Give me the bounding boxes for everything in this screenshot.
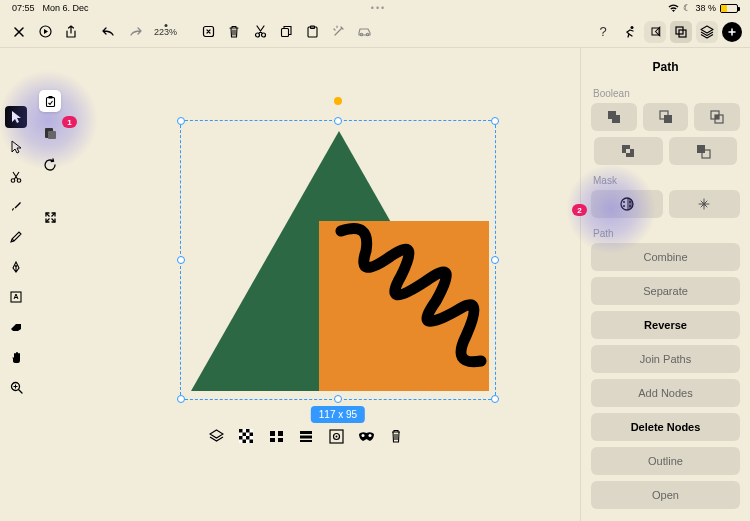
zoom-label[interactable]: 223% (150, 27, 181, 37)
rotate-handle[interactable] (334, 97, 342, 105)
svg-rect-55 (48, 131, 56, 139)
svg-rect-43 (715, 115, 719, 119)
svg-rect-22 (250, 433, 254, 437)
svg-point-38 (368, 434, 371, 437)
ct-split-icon[interactable] (266, 426, 286, 446)
path-deletenodes[interactable]: Delete Nodes (591, 413, 740, 441)
play-icon[interactable] (34, 21, 56, 43)
bool-intersect[interactable] (694, 103, 740, 131)
handle-bl[interactable] (177, 395, 185, 403)
direct-select-tool[interactable] (5, 136, 27, 158)
brush-tool[interactable] (5, 196, 27, 218)
bool-union[interactable] (591, 103, 637, 131)
dnd-icon: ☾ (683, 3, 691, 13)
svg-rect-29 (270, 438, 275, 442)
path-separate[interactable]: Separate (591, 277, 740, 305)
svg-rect-21 (243, 433, 247, 437)
paste-icon[interactable] (301, 21, 323, 43)
bool-exclude[interactable] (594, 137, 663, 165)
selection-box[interactable]: 117 x 95 (180, 120, 496, 400)
paste-tool[interactable] (39, 122, 61, 144)
path-addnodes[interactable]: Add Nodes (591, 379, 740, 407)
right-panel: Path Boolean Mask Path Combine Separate … (580, 48, 750, 521)
trash-icon[interactable] (223, 21, 245, 43)
help-icon[interactable]: ? (592, 21, 614, 43)
path-reverse[interactable]: Reverse (591, 311, 740, 339)
cut-icon[interactable] (249, 21, 271, 43)
car-icon[interactable] (353, 21, 375, 43)
svg-point-47 (623, 201, 625, 203)
copy-icon[interactable] (275, 21, 297, 43)
ct-stack-icon[interactable] (296, 426, 316, 446)
ct-mask-icon[interactable] (356, 426, 376, 446)
refresh-tool[interactable] (39, 154, 61, 176)
svg-rect-44 (697, 145, 705, 153)
svg-rect-26 (250, 440, 254, 444)
mask-create[interactable] (591, 190, 663, 218)
canvas-toolbar (206, 426, 406, 446)
cut-tool[interactable] (5, 166, 27, 188)
zoom-tool[interactable] (5, 376, 27, 398)
wand-icon[interactable] (327, 21, 349, 43)
handle-bm[interactable] (334, 395, 342, 403)
handle-mr[interactable] (491, 256, 499, 264)
layers-icon[interactable] (696, 21, 718, 43)
step-badge-2: 2 (572, 204, 587, 216)
svg-point-37 (361, 434, 364, 437)
text-tool[interactable] (5, 286, 27, 308)
hand-tool[interactable] (5, 346, 27, 368)
ct-checker-icon[interactable] (236, 426, 256, 446)
undo-icon[interactable] (98, 21, 120, 43)
path-join[interactable]: Join Paths (591, 345, 740, 373)
handle-br[interactable] (491, 395, 499, 403)
ct-target-icon[interactable] (326, 426, 346, 446)
handle-tm[interactable] (334, 117, 342, 125)
ct-layers-icon[interactable] (206, 426, 226, 446)
svg-rect-53 (48, 96, 52, 99)
redo-icon[interactable] (124, 21, 146, 43)
top-toolbar: 223% ? (0, 16, 750, 48)
expand-tool[interactable] (39, 206, 61, 228)
path-open[interactable]: Open (591, 481, 740, 509)
svg-rect-30 (278, 438, 283, 442)
left-toolbar (0, 48, 32, 521)
ct-trash-icon[interactable] (386, 426, 406, 446)
overlap-icon[interactable] (670, 21, 692, 43)
path-outline[interactable]: Outline (591, 447, 740, 475)
svg-rect-40 (664, 115, 672, 123)
pen-tool[interactable] (5, 256, 27, 278)
svg-point-49 (623, 205, 625, 207)
rotate-icon[interactable] (644, 21, 666, 43)
eraser-tool[interactable] (5, 316, 27, 338)
clear-icon[interactable] (197, 21, 219, 43)
status-time: 07:55 (12, 3, 35, 13)
svg-point-15 (15, 265, 17, 267)
pencil-tool[interactable] (5, 226, 27, 248)
bool-divide[interactable] (669, 137, 738, 165)
runner-icon[interactable] (618, 21, 640, 43)
svg-point-36 (335, 435, 337, 437)
path-combine[interactable]: Combine (591, 243, 740, 271)
scribble-stroke[interactable] (321, 216, 496, 391)
canvas[interactable]: 117 x 95 (32, 48, 580, 521)
svg-rect-19 (239, 429, 243, 433)
share-icon[interactable] (60, 21, 82, 43)
handle-tl[interactable] (177, 117, 185, 125)
battery-pct: 38 % (695, 3, 716, 13)
section-mask: Mask (591, 171, 740, 190)
add-icon[interactable] (722, 22, 742, 42)
select-tool[interactable] (5, 106, 27, 128)
svg-rect-20 (246, 429, 250, 433)
close-icon[interactable] (8, 21, 30, 43)
svg-rect-25 (243, 440, 247, 444)
handle-ml[interactable] (177, 256, 185, 264)
svg-point-50 (629, 205, 631, 207)
handle-tr[interactable] (491, 117, 499, 125)
svg-rect-23 (239, 436, 243, 440)
bool-subtract[interactable] (643, 103, 689, 131)
svg-point-14 (17, 179, 21, 183)
mask-release[interactable] (669, 190, 741, 218)
battery-icon (720, 4, 738, 13)
status-bar: 07:55 Mon 6. Dec ••• ☾ 38 % (0, 0, 750, 16)
clipboard-tool[interactable] (39, 90, 61, 112)
